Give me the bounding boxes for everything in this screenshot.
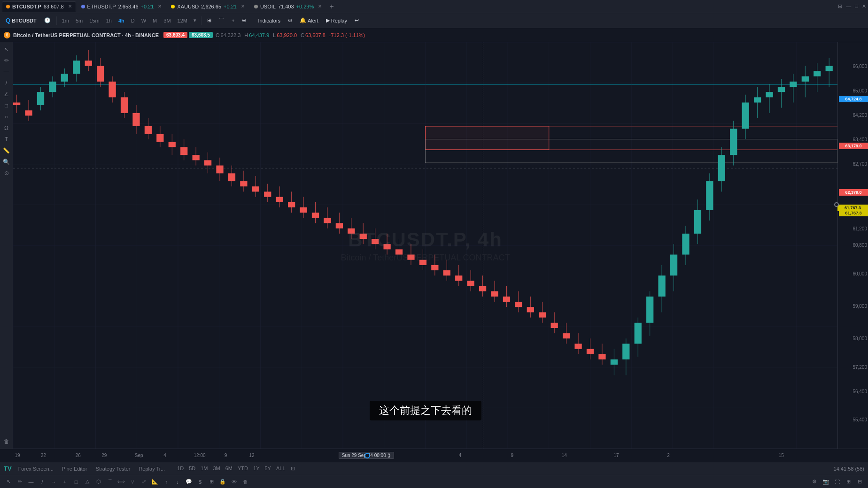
- tab-usoil-close[interactable]: ✕: [318, 4, 322, 9]
- tf-4h[interactable]: 4h: [116, 15, 127, 26]
- tool-measure[interactable]: 📏: [1, 145, 12, 156]
- draw-settings[interactable]: ⚙: [810, 477, 819, 487]
- draw-more[interactable]: ⊞: [844, 477, 853, 487]
- period-all[interactable]: ALL: [274, 465, 287, 471]
- draw-hline[interactable]: —: [26, 477, 36, 487]
- period-5y[interactable]: 5Y: [263, 465, 273, 471]
- tab-eth[interactable]: ETHUSDT.P 2,653.46 +0.21 ✕: [77, 1, 166, 12]
- tab-xau[interactable]: XAUUSD 2,626.65 +0.21 ✕: [167, 1, 249, 12]
- draw-grid[interactable]: ⊟: [855, 477, 864, 487]
- buy-price-btn[interactable]: 63,603.5: [189, 32, 213, 38]
- draw-arrow-down[interactable]: ↓: [173, 477, 182, 487]
- draw-measure[interactable]: 📐: [150, 477, 160, 487]
- tf-12m[interactable]: 12M: [175, 15, 190, 26]
- tool-angle[interactable]: ∠: [1, 89, 12, 99]
- symbol-full-name: Bitcoin / TetherUS PERPETUAL CONTRACT · …: [13, 32, 159, 38]
- draw-pitchfork[interactable]: ⑂: [128, 477, 137, 487]
- symbol-search-btn[interactable]: Q BTCUSDT: [3, 15, 39, 26]
- draw-poly[interactable]: ⬡: [94, 477, 103, 487]
- period-1m[interactable]: 1M: [199, 465, 209, 471]
- tf-more-icon[interactable]: ▾: [192, 17, 198, 24]
- tab-btc[interactable]: BTCUSDT.P 63,607.8 ✕: [2, 1, 76, 12]
- tool-cursor[interactable]: ↖: [1, 44, 12, 54]
- tool-trash[interactable]: 🗑: [1, 436, 12, 447]
- draw-expand[interactable]: ⤢: [139, 477, 148, 487]
- bottom-tab-replay[interactable]: Replay Tr...: [137, 462, 167, 475]
- draw-rect[interactable]: □: [71, 477, 81, 487]
- tool-fib[interactable]: Ω: [1, 123, 12, 133]
- bottom-tab-strategy[interactable]: Strategy Tester: [94, 462, 132, 475]
- tool-line[interactable]: /: [1, 78, 12, 88]
- tab-xau-change: +0.21: [224, 4, 237, 9]
- indicators-btn[interactable]: Indicators: [255, 15, 283, 26]
- usoil-dot: [254, 5, 258, 8]
- period-3m[interactable]: 3M: [211, 465, 222, 471]
- bottom-tab-forex[interactable]: Forex Screen...: [16, 462, 55, 475]
- tab-btc-close[interactable]: ✕: [68, 4, 72, 9]
- pl-65000: 65,000: [841, 88, 868, 93]
- tab-eth-close[interactable]: ✕: [158, 4, 162, 9]
- tf-5m[interactable]: 5m: [73, 15, 85, 26]
- draw-line[interactable]: /: [38, 477, 47, 487]
- draw-cursor[interactable]: ↖: [4, 477, 13, 487]
- btc-icon: ₿: [4, 32, 10, 38]
- draw-cross[interactable]: +: [60, 477, 70, 487]
- draw-snapshot[interactable]: 📷: [821, 477, 830, 487]
- chart-canvas[interactable]: [13, 42, 837, 449]
- period-5d[interactable]: 5D: [187, 465, 197, 471]
- templates-btn[interactable]: ⊘: [285, 15, 295, 26]
- draw-range[interactable]: ⊞: [207, 477, 216, 487]
- crosshair-btn[interactable]: +: [229, 15, 237, 26]
- tab-usoil[interactable]: USOIL 71.403 +0.29% ✕: [250, 1, 326, 12]
- tab-xau-close[interactable]: ✕: [241, 4, 245, 9]
- pl-55400: 55,400: [841, 417, 868, 422]
- tf-15m[interactable]: 15m: [87, 15, 101, 26]
- tool-hline[interactable]: —: [1, 67, 12, 77]
- bottom-tab-pine[interactable]: Pine Editor: [60, 462, 89, 475]
- period-custom[interactable]: ⊡: [289, 465, 297, 472]
- draw-double[interactable]: ⟺: [116, 477, 126, 487]
- draw-lock[interactable]: 🔒: [218, 477, 227, 487]
- tool-pen[interactable]: ✏: [1, 55, 12, 66]
- replay-btn[interactable]: ▶ Replay: [323, 15, 350, 26]
- symbol-label: BTCUSDT: [12, 18, 37, 23]
- add-tab-button[interactable]: +: [327, 2, 336, 11]
- tf-w[interactable]: W: [139, 15, 148, 26]
- draw-curve[interactable]: ⌒: [105, 477, 115, 487]
- draw-pen[interactable]: ✏: [15, 477, 24, 487]
- drawing-btn[interactable]: ⌒: [216, 15, 227, 26]
- tf-3m[interactable]: 3M: [161, 15, 173, 26]
- chart-area[interactable]: BTCUSDT.P, 4h Bitcoin / TetherUS PERPETU…: [13, 42, 837, 449]
- tf-1m[interactable]: 1m: [60, 15, 71, 26]
- pl-59000: 59,000: [841, 304, 868, 309]
- tool-circle[interactable]: ○: [1, 112, 12, 122]
- tool-rect[interactable]: □: [1, 100, 12, 111]
- period-1y[interactable]: 1Y: [251, 465, 261, 471]
- period-1d[interactable]: 1D: [175, 465, 186, 471]
- alert-btn[interactable]: 🔔 Alert: [297, 15, 321, 26]
- sell-price-btn[interactable]: 63,603.4: [163, 32, 187, 38]
- draw-fullscreen[interactable]: ⛶: [832, 477, 842, 487]
- tf-1h[interactable]: 1h: [104, 15, 114, 26]
- tool-text[interactable]: T: [1, 134, 12, 145]
- draw-trash2[interactable]: 🗑: [240, 477, 250, 487]
- period-ytd[interactable]: YTD: [236, 465, 250, 471]
- chart-type-btn[interactable]: 🕐: [41, 15, 54, 26]
- xau-dot: [171, 5, 175, 8]
- tf-m[interactable]: M: [150, 15, 159, 26]
- tools-btn[interactable]: ⊕: [239, 15, 249, 26]
- draw-rayline[interactable]: →: [49, 477, 58, 487]
- pl-60800: 60,800: [841, 243, 868, 248]
- tab-usoil-symbol: USOIL: [260, 4, 276, 9]
- draw-arrow-up[interactable]: ↑: [162, 477, 171, 487]
- tool-magnet[interactable]: ⊙: [1, 168, 12, 178]
- undo-btn[interactable]: ↩: [352, 15, 362, 26]
- draw-eye[interactable]: 👁: [229, 477, 239, 487]
- tool-zoom[interactable]: 🔍: [1, 157, 12, 167]
- draw-price-note[interactable]: $: [195, 477, 205, 487]
- draw-callout[interactable]: 💬: [184, 477, 194, 487]
- draw-tri[interactable]: △: [83, 477, 92, 487]
- bar-style-btn[interactable]: ⊞: [204, 15, 214, 26]
- tf-d[interactable]: D: [129, 15, 137, 26]
- period-6m[interactable]: 6M: [224, 465, 234, 471]
